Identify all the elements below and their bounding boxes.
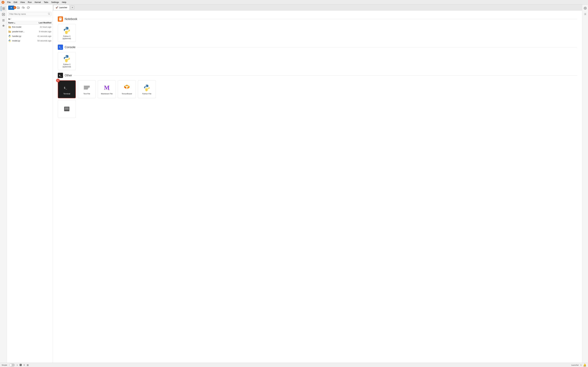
terminal-card-wrapper: 2 $_ Terminal (58, 80, 76, 98)
icon-sidebar (0, 5, 7, 363)
menubar: File Edit View Run Kernel Tabs Settings … (0, 0, 588, 5)
mode-label: Simple (2, 364, 7, 366)
text-file-icon (83, 84, 91, 92)
plus-icon: + (10, 6, 12, 9)
svg-rect-35 (65, 110, 69, 110)
svg-point-12 (9, 35, 9, 35)
column-name[interactable]: Name ▲ (8, 22, 32, 24)
svg-point-2 (3, 14, 4, 15)
card-terminal[interactable]: $_ Terminal (58, 80, 76, 98)
breadcrumb-folder-icon (8, 18, 10, 20)
svg-text:$_: $_ (64, 86, 67, 89)
new-tab-button[interactable]: + (70, 6, 74, 9)
other-cards: 2 $_ Terminal (58, 80, 577, 98)
console-section-header: Console (58, 45, 577, 50)
notebook-section-icon (58, 17, 63, 22)
file-modified: 9 minutes ago (32, 31, 51, 33)
mode-toggle[interactable] (9, 364, 15, 367)
search-input[interactable] (9, 13, 48, 15)
status-launcher-label: Launcher (571, 364, 579, 366)
upload-button[interactable] (21, 6, 26, 10)
card-python3-console[interactable]: Python 3(ipykernel) (58, 52, 76, 70)
menu-edit[interactable]: Edit (12, 1, 18, 4)
other-section-icon: $_ (58, 73, 63, 78)
property-inspector-btn[interactable] (583, 12, 588, 17)
card-extra[interactable] (58, 100, 76, 118)
status-count: 1 (580, 364, 581, 366)
svg-point-20 (66, 27, 66, 28)
svg-rect-36 (65, 110, 69, 110)
svg-rect-30 (125, 86, 129, 87)
svg-point-9 (48, 13, 50, 14)
card-python3-notebook[interactable]: Python 3(ipykernel) (58, 24, 76, 42)
step-badge-2: 2 (56, 79, 60, 82)
menu-kernel[interactable]: Kernel (33, 1, 42, 4)
list-item[interactable]: first-model 21 hours ago (7, 25, 53, 29)
search-container (7, 11, 53, 17)
tab-launcher[interactable]: 🚀 Launcher (53, 5, 69, 10)
python-file-card-icon (143, 84, 151, 92)
menu-help[interactable]: Help (61, 1, 68, 4)
notebook-divider (79, 19, 577, 19)
list-item[interactable]: model.py 54 seconds ago (7, 39, 53, 43)
file-modified: 41 seconds ago (32, 35, 51, 37)
grid-icon: ⊞ (27, 364, 29, 366)
new-folder-button[interactable] (16, 6, 20, 10)
markdown-icon: M ↓ (103, 84, 111, 92)
svg-text:↓: ↓ (108, 88, 110, 91)
card-text-file[interactable]: Text File (78, 80, 96, 98)
svg-rect-17 (59, 17, 62, 20)
card-tensorboard[interactable]: TensorBoard (118, 80, 136, 98)
status-bar: Simple 1 S 0 ⊞ Launcher 1 🔔 (0, 363, 588, 367)
sidebar-commands-btn[interactable] (1, 18, 6, 23)
python3-console-label: Python 3(ipykernel) (62, 63, 71, 68)
python-file-icon (8, 39, 11, 42)
console-section-icon (58, 45, 63, 50)
file-panel: + 1 (7, 5, 53, 363)
sidebar-extensions-btn[interactable] (1, 24, 6, 29)
search-box (8, 12, 51, 16)
svg-point-32 (147, 90, 148, 90)
other-section-header: $_ Other (58, 73, 577, 78)
status-right: Launcher 1 🔔 (571, 363, 586, 367)
menu-tabs[interactable]: Tabs (43, 1, 50, 4)
launcher-panel: Notebook Python 3(ipykernel) (53, 10, 582, 363)
card-markdown-file[interactable]: M ↓ Markdown File (98, 80, 116, 98)
file-name: model.py (12, 40, 32, 42)
menu-file[interactable]: File (6, 1, 12, 4)
svg-point-15 (9, 40, 9, 40)
settings-icon-btn[interactable] (583, 6, 588, 10)
file-name: first-model (12, 26, 32, 28)
list-item[interactable]: parallel-train... 9 minutes ago (7, 29, 53, 34)
python3-console-icon (63, 54, 71, 62)
tensorboard-icon (123, 84, 131, 92)
list-item[interactable]: handler.py 41 seconds ago (7, 34, 53, 39)
sidebar-running-btn[interactable] (1, 12, 6, 17)
server-icon: S (20, 364, 22, 366)
menu-view[interactable]: View (19, 1, 26, 4)
file-name: parallel-train... (12, 31, 32, 33)
card-python-file[interactable]: Python File (138, 80, 156, 98)
terminal-icon: $_ (63, 84, 71, 92)
refresh-button[interactable] (26, 6, 30, 10)
sort-arrow-icon: ▲ (14, 22, 16, 24)
column-modified[interactable]: Last Modified (32, 22, 51, 24)
bell-icon[interactable]: 🔔 (583, 363, 586, 367)
menu-settings[interactable]: Settings (50, 1, 60, 4)
folder-icon (8, 30, 11, 33)
file-list-header: Name ▲ Last Modified (7, 21, 53, 25)
tab-launcher-icon: 🚀 (56, 6, 58, 9)
text-file-label: Text File (84, 92, 90, 95)
sidebar-files-btn[interactable] (1, 6, 6, 11)
file-modified: 21 hours ago (32, 26, 51, 28)
menu-run[interactable]: Run (26, 1, 33, 4)
svg-point-24 (67, 60, 68, 61)
svg-point-13 (10, 37, 10, 37)
right-sidebar (582, 5, 588, 363)
breadcrumb: / (7, 17, 53, 21)
tab-launcher-label: Launcher (59, 6, 67, 9)
file-modified: 54 seconds ago (32, 40, 51, 42)
svg-line-10 (50, 14, 50, 15)
python3-notebook-label: Python 3(ipykernel) (62, 35, 71, 40)
count1: 1 (17, 364, 18, 366)
